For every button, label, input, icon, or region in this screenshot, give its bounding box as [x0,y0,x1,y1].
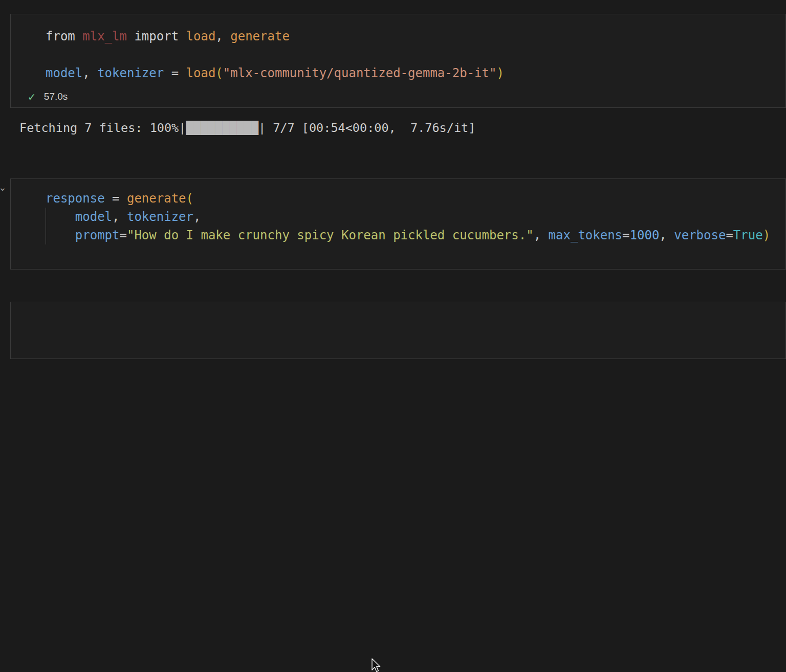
progress-bar: ██████████ [186,121,258,135]
execution-time: 57.0s [44,91,68,102]
code-editor-import-load[interactable]: from mlx_lm import load, generate model,… [11,14,785,82]
output-text-suffix: | 7/7 [00:54<00:00, 7.76s/it] [258,121,475,135]
code-cell-generate[interactable]: response = generate( model, tokenizer, p… [10,178,786,270]
cell-collapse-chevron-icon[interactable]: ⌄ [0,182,7,193]
success-check-icon: ✓ [28,91,35,103]
mouse-cursor-icon [368,658,382,672]
output-text-prefix: Fetching 7 files: 100%| [19,121,186,135]
code-cell-import-load[interactable]: from mlx_lm import load, generate model,… [10,14,786,108]
execution-status-bar: ✓ 57.0s [28,89,68,104]
empty-code-cell[interactable] [10,302,786,359]
cell-output: Fetching 7 files: 100%|██████████| 7/7 [… [19,120,475,136]
code-editor-generate[interactable]: response = generate( model, tokenizer, p… [11,179,785,244]
